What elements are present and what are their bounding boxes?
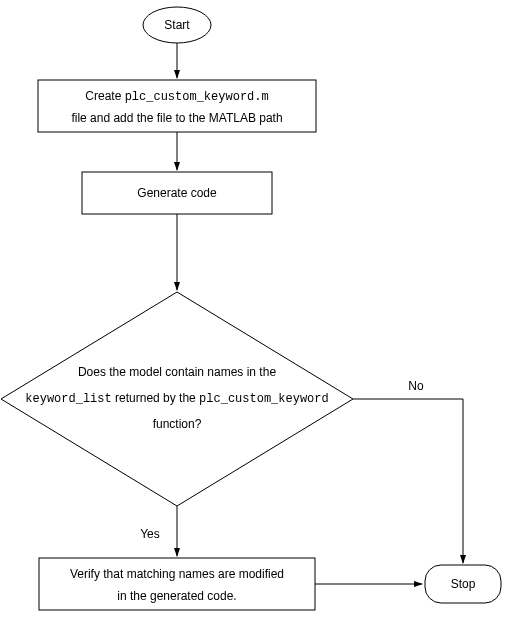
step1-line2: file and add the file to the MATLAB path: [71, 111, 282, 125]
branch-yes-label: Yes: [140, 527, 160, 541]
step1-line1: Create plc_custom_keyword.m: [85, 89, 268, 104]
start-label: Start: [164, 18, 190, 32]
branch-no-label: No: [408, 379, 424, 393]
decision-line3: function?: [153, 417, 202, 431]
decision-line2: keyword_list returned by the plc_custom_…: [25, 391, 328, 406]
stop-label: Stop: [451, 577, 476, 591]
step3-line2: in the generated code.: [117, 589, 236, 603]
step3-line1: Verify that matching names are modified: [70, 567, 284, 581]
arrow-decision-no: [353, 399, 463, 563]
decision-line1: Does the model contain names in the: [78, 365, 276, 379]
step2-label: Generate code: [137, 186, 217, 200]
